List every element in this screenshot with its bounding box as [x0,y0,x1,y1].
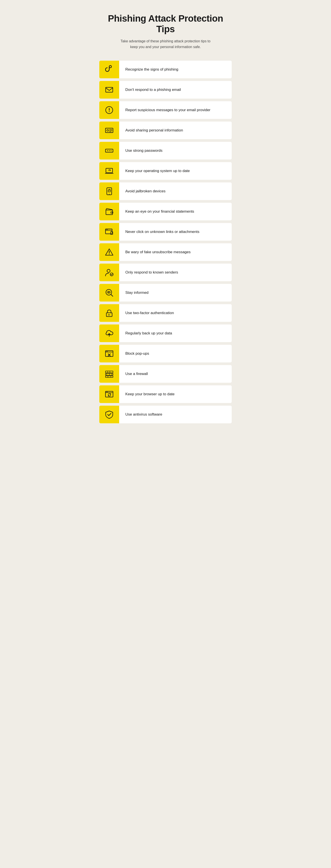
svg-line-33 [111,294,113,297]
browser-clip-icon [104,227,114,237]
svg-point-5 [107,129,109,131]
svg-point-26 [107,229,108,230]
tip-icon-box-18 [99,406,119,423]
svg-point-17 [109,194,110,194]
tip-icon-box-8 [99,203,119,220]
tip-item-6: Keep your operating system up to date [99,162,232,180]
shield-check-icon [104,410,114,419]
page-container: Phishing Attack Protection Tips Take adv… [99,13,232,855]
tip-text-12: Stay informed [119,290,155,296]
tip-icon-box-4 [99,122,119,139]
tip-text-5: Use strong passwords [119,148,169,153]
tip-item-15: Block pop-ups [99,345,232,363]
tip-icon-box-7 [99,182,119,200]
tip-item-18: Use antivirus software [99,406,232,423]
tips-list: Recognize the signs of phishing Don't re… [99,61,232,423]
tip-item-10: Be wary of fake unsubscribe messages [99,243,232,261]
tip-text-10: Be wary of fake unsubscribe messages [119,249,197,255]
svg-rect-13 [106,168,113,173]
tip-item-1: Recognize the signs of phishing [99,61,232,78]
browser-x-icon [104,349,114,358]
tip-icon-box-6 [99,162,119,180]
tip-text-1: Recognize the signs of phishing [119,67,184,72]
id-card-icon [104,126,114,135]
tip-icon-box-1 [99,61,119,78]
svg-rect-15 [107,188,112,195]
svg-point-12 [111,150,112,151]
envelope-icon [104,85,114,94]
tip-icon-box-2 [99,81,119,99]
tip-text-15: Block pop-ups [119,351,155,356]
tip-icon-box-9 [99,223,119,241]
tip-text-9: Never click on unknown links or attachme… [119,229,205,235]
svg-point-11 [109,150,110,151]
tip-text-2: Don't respond to a phishing email [119,87,187,92]
cloud-upload-icon [104,329,114,338]
tip-item-11: Only respond to known senders [99,264,232,281]
tip-item-14: Regularly back up your data [99,324,232,342]
tip-icon-box-14 [99,324,119,342]
person-check-icon [104,268,114,277]
svg-rect-47 [106,376,113,377]
tip-icon-box-11 [99,264,119,281]
search-eye-icon [104,288,114,297]
tip-text-14: Regularly back up your data [119,331,178,336]
tip-text-3: Report suspicious messages to your email… [119,107,217,113]
tip-item-4: Avoid sharing personal information [99,122,232,139]
svg-point-30 [107,269,110,272]
tip-text-4: Avoid sharing personal information [119,128,189,133]
firewall-icon [104,369,114,378]
tip-text-13: Use two-factor authentication [119,310,180,316]
hook-icon [104,65,114,74]
tip-text-8: Keep an eye on your financial statements [119,209,200,214]
password-icon [104,146,114,155]
tip-item-12: Stay informed [99,284,232,302]
tip-icon-box-3 [99,101,119,119]
svg-point-10 [107,150,108,151]
tip-item-2: Don't respond to a phishing email [99,81,232,99]
svg-point-25 [106,229,107,230]
svg-point-57 [106,392,107,393]
tip-text-11: Only respond to known senders [119,270,184,275]
tip-icon-box-15 [99,345,119,363]
tip-item-8: Keep an eye on your financial statements [99,203,232,220]
svg-text:2x: 2x [108,314,110,316]
tip-icon-box-5 [99,142,119,159]
tip-icon-box-13: 2x [99,304,119,322]
browser-refresh-icon [104,390,114,399]
svg-rect-45 [106,371,113,373]
triangle-alert-icon [104,248,114,257]
tip-icon-box-17 [99,385,119,403]
tip-item-16: Use a firewall [99,365,232,383]
phone-lock-icon [104,187,114,196]
svg-point-29 [109,254,110,254]
svg-rect-0 [106,87,113,92]
tip-text-7: Avoid jailbroken devices [119,189,172,194]
svg-point-58 [107,392,108,393]
svg-rect-16 [108,190,110,192]
laptop-refresh-icon [104,166,114,176]
tip-item-13: 2x Use two-factor authentication [99,304,232,322]
tip-icon-box-10 [99,243,119,261]
lock-two-icon: 2x [104,308,114,318]
svg-point-35 [108,292,110,293]
tip-text-6: Keep your operating system up to date [119,168,196,174]
wallet-icon [104,207,114,216]
svg-point-42 [107,351,108,352]
svg-point-41 [106,351,107,352]
alert-circle-icon [104,105,114,115]
tip-item-17: Keep your browser up to date [99,385,232,403]
tip-item-3: Report suspicious messages to your email… [99,101,232,119]
tip-text-16: Use a firewall [119,371,154,376]
tip-item-5: Use strong passwords [99,142,232,159]
svg-point-3 [109,111,110,112]
page-title: Phishing Attack Protection Tips [99,13,232,34]
tip-text-18: Use antivirus software [119,412,169,417]
svg-point-19 [112,212,112,213]
tip-item-9: Never click on unknown links or attachme… [99,223,232,241]
tip-item-7: Avoid jailbroken devices [99,182,232,200]
page-subtitle: Take advantage of these phishing attack … [119,38,212,50]
tip-icon-box-12 [99,284,119,302]
tip-icon-box-16 [99,365,119,383]
tip-text-17: Keep your browser up to date [119,392,181,397]
